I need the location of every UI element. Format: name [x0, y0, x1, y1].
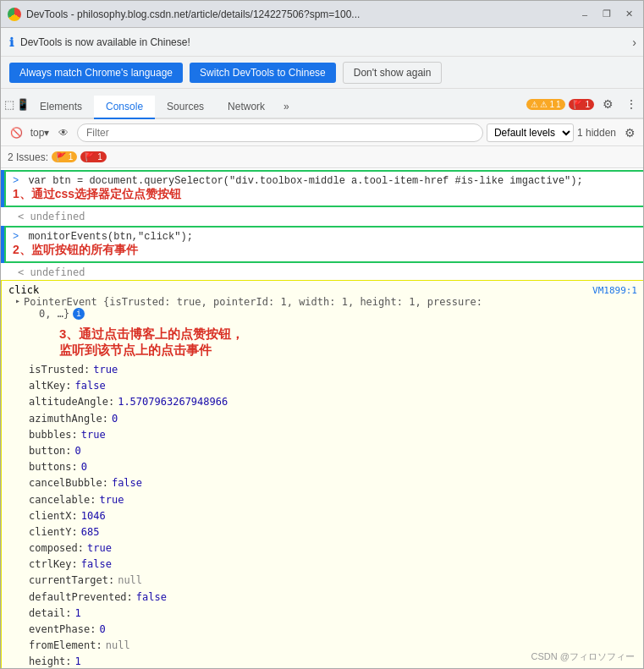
- settings-icon[interactable]: ⚙: [597, 94, 618, 114]
- prop-composed: composed: true: [29, 540, 637, 557]
- console-toolbar: 🚫 top ▾ 👁 Default levels 1 hidden ⚙: [1, 119, 644, 146]
- console-settings-icon[interactable]: ⚙: [619, 123, 640, 143]
- code-text-2: monitorEvents(btn,"click");: [28, 231, 192, 243]
- code-line-2: > monitorEvents(btn,"click");: [13, 231, 636, 243]
- code-block-1: > var btn = document.querySelector("div.…: [4, 170, 644, 207]
- prop-clientX: clientX: 1046: [29, 508, 637, 524]
- tabs-right: ⚠ ⚠ 11 🚩 1 ⚙ ⋮: [526, 94, 641, 118]
- prop-eventPhase: eventPhase: 0: [29, 622, 637, 638]
- language-bar: Always match Chrome's language Switch De…: [1, 57, 644, 89]
- info-icon: ℹ: [9, 36, 14, 49]
- tab-console[interactable]: Console: [94, 96, 155, 119]
- annotation-3-line1: 3、通过点击博客上的点赞按钮，: [59, 326, 637, 343]
- info-bar: ℹ DevTools is now available in Chinese! …: [1, 28, 644, 57]
- prop-detail: detail: 1: [29, 606, 637, 622]
- pointer-event-line: PointerEvent {isTrusted: true, pointerId…: [24, 296, 482, 308]
- code-annotation-1: 1、通过css选择器定位点赞按钮: [13, 187, 636, 202]
- prop-button: button: 0: [29, 443, 637, 459]
- dont-show-button[interactable]: Don't show again: [343, 62, 443, 84]
- error-badge[interactable]: 🚩 1: [569, 99, 594, 110]
- title-bar: DevTools - philosophy.blog.csdn.net/arti…: [1, 1, 644, 28]
- more-tabs-button[interactable]: »: [277, 96, 296, 118]
- pointer-continued: 0, …}: [39, 308, 69, 320]
- issues-warn-badge[interactable]: 🚩 1: [52, 151, 77, 162]
- clear-console-button[interactable]: 🚫: [6, 123, 26, 143]
- vm-link[interactable]: VM1899:1: [592, 285, 637, 296]
- more-menu-icon[interactable]: ⋮: [621, 94, 641, 114]
- prop-defaultPrevented: defaultPrevented: false: [29, 589, 637, 606]
- chrome-icon: [8, 8, 21, 21]
- tab-elements[interactable]: Elements: [28, 96, 94, 119]
- inspect-icon[interactable]: ⬚: [4, 94, 14, 114]
- tab-network[interactable]: Network: [216, 96, 277, 119]
- minimize-button[interactable]: –: [575, 5, 594, 24]
- prop-bubbles: bubbles: true: [29, 427, 637, 443]
- window-controls: – ❐ ✕: [575, 5, 638, 24]
- context-label: top: [30, 127, 45, 139]
- input-prefix-2: >: [13, 231, 19, 243]
- match-language-button[interactable]: Always match Chrome's language: [9, 63, 183, 83]
- code-text-1: var btn = document.querySelector("div.to…: [28, 175, 582, 187]
- code-block-2: > monitorEvents(btn,"click"); 2、监听按钮的所有事…: [4, 226, 644, 263]
- code-line-1: > var btn = document.querySelector("div.…: [13, 175, 636, 187]
- event-output: click VM1899:1 ▸ PointerEvent {isTrusted…: [1, 280, 644, 669]
- prop-clientY: clientY: 685: [29, 524, 637, 540]
- console-content: > var btn = document.querySelector("div.…: [1, 168, 644, 669]
- filter-input[interactable]: [77, 123, 483, 142]
- expand-pointer-icon[interactable]: ▸: [15, 296, 20, 305]
- issues-label: 2 Issues:: [8, 151, 48, 163]
- watermark: CSDN @フィロソフィー: [531, 650, 635, 663]
- restore-button[interactable]: ❐: [597, 5, 616, 24]
- prop-altitudeAngle: altitudeAngle: 1.5707963267948966: [29, 394, 637, 410]
- tabs-bar: ⬚ 📱 Elements Console Sources Network » ⚠…: [1, 89, 644, 119]
- prop-isTrusted: isTrusted: true: [29, 362, 637, 378]
- hidden-count: 1 hidden: [577, 127, 616, 139]
- eye-button[interactable]: 👁: [53, 123, 74, 143]
- code-annotation-2: 2、监听按钮的所有事件: [13, 243, 636, 258]
- click-label: click: [8, 284, 39, 296]
- prop-ctrlKey: ctrlKey: false: [29, 557, 637, 573]
- prop-cancelable: cancelable: true: [29, 492, 637, 508]
- tab-sources[interactable]: Sources: [155, 96, 216, 119]
- undefined-2: < undefined: [1, 265, 644, 280]
- chevron-down-icon: ▾: [44, 127, 49, 139]
- warning-badge[interactable]: ⚠ ⚠ 11: [526, 99, 565, 110]
- info-message: DevTools is now available in Chinese!: [20, 36, 625, 48]
- prop-azimuthAngle: azimuthAngle: 0: [29, 411, 637, 427]
- switch-chinese-button[interactable]: Switch DevTools to Chinese: [190, 63, 336, 83]
- page-title: DevTools - philosophy.blog.csdn.net/arti…: [26, 8, 570, 20]
- prop-buttons: buttons: 0: [29, 459, 637, 475]
- info-icon-badge[interactable]: i: [73, 308, 85, 320]
- issues-bar: 2 Issues: 🚩 1 🚩 1: [1, 146, 644, 168]
- prop-currentTarget: currentTarget: null: [29, 573, 637, 589]
- chevron-right-icon: ›: [632, 36, 636, 49]
- default-levels-select[interactable]: Default levels: [487, 123, 574, 142]
- click-header: click VM1899:1: [8, 284, 637, 296]
- console-context-button[interactable]: top ▾: [30, 123, 50, 143]
- prop-cancelBubble: cancelBubble: false: [29, 475, 637, 491]
- undefined-1: < undefined: [1, 209, 644, 224]
- property-list: isTrusted: true altKey: false altitudeAn…: [8, 362, 637, 669]
- input-prefix-1: >: [13, 175, 19, 187]
- annotation-3-line2: 监听到该节点上的点击事件: [59, 343, 637, 359]
- issues-err-badge[interactable]: 🚩 1: [80, 151, 106, 162]
- prop-altKey: altKey: false: [29, 378, 637, 394]
- close-button[interactable]: ✕: [619, 5, 638, 24]
